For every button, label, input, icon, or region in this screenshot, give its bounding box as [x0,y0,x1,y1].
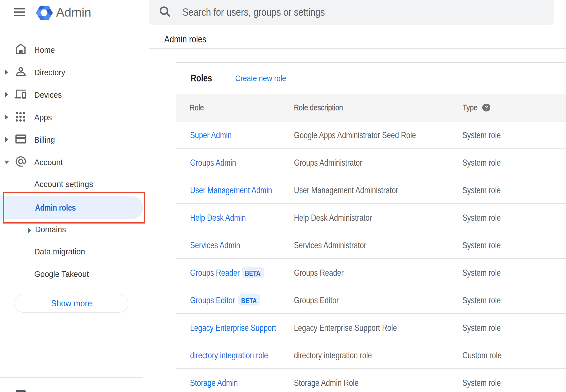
svg-text:?: ? [485,104,488,111]
